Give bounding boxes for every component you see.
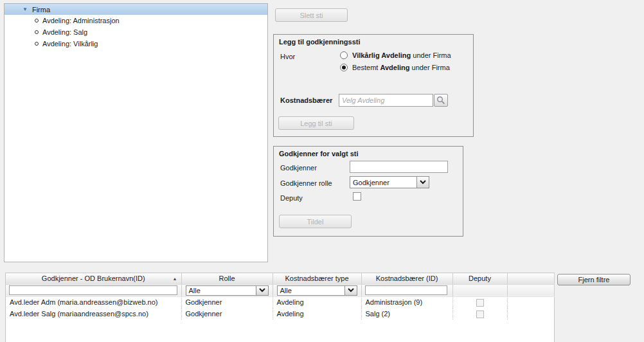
select-value: Godkjenner [350,177,416,188]
cell-approver: Avd.leder Adm (maria.andreassen@bizweb.n… [6,296,181,308]
cell-cost-type: Avdeling [273,296,361,308]
column-header-cost-type[interactable]: Kostnadsbærer type [273,273,361,284]
tree-node-label: Avdeling: Vilkårlig [42,40,98,48]
filter-role-select[interactable]: Alle [186,285,269,296]
chevron-down-icon[interactable] [416,177,429,188]
approval-path-admin-page: ▼ Firma Avdeling: Administrasjon Avdelin… [0,0,644,342]
org-tree-panel: ▼ Firma Avdeling: Administrasjon Avdelin… [4,3,268,262]
radio-option-vilkaarlig[interactable]: Vilkårlig Avdeling under Firma [340,50,472,60]
approver-role-label: Godkjenner rolle [280,179,332,187]
approver-label: Godkjenner [280,164,317,172]
tree-node-label: Firma [32,6,50,14]
approver-input[interactable] [350,161,448,173]
radio-label-bold: Vilkårlig Avdeling [352,51,411,59]
tree-expand-icon[interactable]: ▼ [22,7,28,12]
panel-title: Legg til godkjenningssti [274,35,473,47]
column-header-cost-id[interactable]: Kostnadsbærer (ID) [361,273,452,284]
radio-label-tail: under Firma [411,51,451,59]
select-value: Alle [186,286,256,295]
cell-cost-id: Salg (2) [361,308,452,320]
where-label: Hvor [280,53,295,60]
radio-option-bestemt[interactable]: Bestemt Avdeling under Firma [340,62,472,73]
column-header-deputy[interactable]: Deputy [452,273,507,284]
radio-icon-checked[interactable] [340,64,348,71]
costcarrier-label: Kostnadsbærer [280,96,332,104]
search-icon [436,96,445,105]
table-row[interactable]: Avd.leder Salg (mariaandreassen@spcs.no)… [6,308,554,320]
column-header-approver[interactable]: Godkjenner - OD Brukernavn(ID) ▲ [6,273,181,284]
table-header-row: Godkjenner - OD Brukernavn(ID) ▲ Rolle K… [6,273,554,284]
panel-title: Godkjenner for valgt sti [274,147,463,159]
cell-approver: Avd.leder Salg (mariaandreassen@spcs.no) [6,308,181,320]
table-row[interactable]: Avd.leder Adm (maria.andreassen@bizweb.n… [6,296,554,308]
row-deputy-checkbox[interactable] [476,310,484,318]
tree-node-label: Avdeling: Administrasjon [42,17,120,24]
tree-node-avdeling-administrasjon[interactable]: Avdeling: Administrasjon [4,15,267,26]
tree-node-avdeling-salg[interactable]: Avdeling: Salg [4,26,267,38]
tree-leaf-icon [35,42,39,46]
assign-button[interactable]: Tildel [279,215,352,228]
tree-node-firma[interactable]: ▼ Firma [4,4,267,15]
add-path-button[interactable]: Legg til sti [278,116,354,130]
approvers-table: Godkjenner - OD Brukernavn(ID) ▲ Rolle K… [5,273,555,342]
approver-panel: Godkjenner for valgt sti Godkjenner Godk… [273,146,463,237]
delete-path-button[interactable]: Slett sti [275,8,348,22]
filter-cost-type-select[interactable]: Alle [277,285,357,296]
deputy-label: Deputy [280,194,303,202]
cell-cost-type: Avdeling [273,308,361,320]
cell-cost-id: Administrasjon (9) [361,296,452,308]
filter-approver-input[interactable] [9,285,177,295]
column-header-extra [507,273,554,284]
approver-role-select[interactable]: Godkjenner [350,176,429,188]
tree-leaf-icon [35,30,39,34]
table-filter-row: Alle Alle [6,284,554,296]
row-deputy-checkbox[interactable] [476,299,484,307]
column-header-role[interactable]: Rolle [181,273,273,284]
costcarrier-search-button[interactable] [434,94,448,107]
deputy-checkbox[interactable] [353,192,361,201]
cell-role: Godkjenner [181,308,273,320]
tree-node-label: Avdeling: Salg [42,28,87,36]
tree-leaf-icon [35,19,39,22]
radio-label-bold: Avdeling [380,64,409,71]
clear-filters-button[interactable]: Fjern filtre [557,274,631,285]
costcarrier-input[interactable] [339,94,433,107]
add-approval-path-panel: Legg til godkjenningssti Hvor Vilkårlig … [273,34,474,137]
sort-asc-icon[interactable]: ▲ [173,276,177,281]
radio-label-head: Bestemt [352,64,380,71]
cell-role: Godkjenner [181,296,273,308]
select-value: Alle [278,286,344,295]
radio-icon-unchecked[interactable] [340,51,348,59]
where-radio-group: Vilkårlig Avdeling under Firma Bestemt A… [340,50,472,75]
filter-cost-id-input[interactable] [365,285,447,295]
chevron-down-icon[interactable] [256,286,268,295]
radio-label-tail: under Firma [409,64,449,71]
tree-node-avdeling-vilkaarlig[interactable]: Avdeling: Vilkårlig [4,38,267,50]
chevron-down-icon[interactable] [344,286,357,295]
